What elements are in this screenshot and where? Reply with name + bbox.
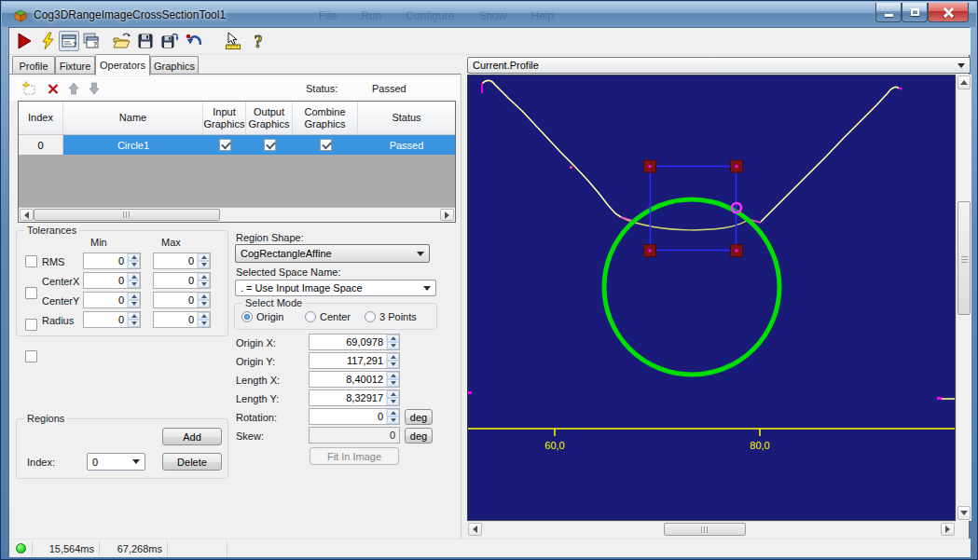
display-vscrollbar[interactable] bbox=[956, 75, 971, 521]
col-combine-graphics[interactable]: Combine Graphics bbox=[293, 102, 358, 134]
spin-up-icon[interactable] bbox=[128, 253, 140, 261]
spin-down-icon[interactable] bbox=[128, 261, 140, 268]
region-handle[interactable] bbox=[731, 160, 743, 172]
table-scroll-right-icon[interactable] bbox=[440, 209, 454, 221]
radio-center-icon[interactable] bbox=[305, 311, 316, 322]
run-icon[interactable] bbox=[14, 31, 34, 51]
help-icon[interactable]: ? bbox=[248, 31, 269, 51]
centerx-checkbox[interactable] bbox=[25, 287, 37, 299]
measure-icon[interactable] bbox=[223, 31, 243, 51]
radio-center[interactable]: Center bbox=[305, 311, 351, 322]
table-hscrollbar[interactable] bbox=[19, 207, 455, 222]
scroll-left-icon[interactable] bbox=[468, 523, 482, 536]
run-once-icon[interactable] bbox=[38, 31, 59, 51]
minimize-button[interactable] bbox=[875, 3, 902, 22]
length-x-spinner[interactable]: 8,40012 bbox=[309, 371, 400, 388]
skew-deg-button[interactable]: deg bbox=[405, 428, 433, 444]
reset-icon[interactable] bbox=[184, 31, 204, 51]
combine-graphics-checkbox[interactable] bbox=[320, 139, 332, 151]
centerx-min-spinner[interactable]: 0 bbox=[83, 272, 141, 289]
spin-up-icon[interactable] bbox=[128, 273, 140, 280]
vscroll-thumb[interactable] bbox=[957, 201, 971, 315]
spin-up-icon[interactable] bbox=[387, 335, 399, 342]
spin-up-icon[interactable] bbox=[128, 312, 140, 320]
spin-up-icon[interactable] bbox=[387, 409, 399, 417]
spin-down-icon[interactable] bbox=[198, 280, 210, 288]
move-up-icon[interactable] bbox=[66, 81, 81, 96]
tab-graphics[interactable]: Graphics bbox=[150, 56, 199, 75]
rms-min-spinner[interactable]: 0 bbox=[83, 253, 141, 269]
radio-3points[interactable]: 3 Points bbox=[365, 311, 417, 322]
region-shape-combobox[interactable]: CogRectangleAffine bbox=[235, 244, 430, 263]
spin-down-icon[interactable] bbox=[198, 300, 210, 307]
scroll-right-icon[interactable] bbox=[941, 523, 955, 536]
col-name[interactable]: Name bbox=[63, 102, 203, 134]
open-icon[interactable] bbox=[111, 31, 131, 51]
hscroll-thumb[interactable] bbox=[664, 523, 746, 536]
tab-profile[interactable]: Profile bbox=[12, 56, 55, 75]
title-bar[interactable]: Cog3DRangeImageCrossSectionTool1 FileRun… bbox=[2, 2, 976, 27]
centery-min-spinner[interactable]: 0 bbox=[83, 292, 141, 308]
space-name-combobox[interactable]: . = Use Input Image Space bbox=[235, 280, 436, 296]
add-region-button[interactable]: Add bbox=[162, 428, 222, 445]
profile-display[interactable]: 60,0 80,0 bbox=[467, 75, 956, 521]
origin-y-spinner[interactable]: 117,291 bbox=[309, 352, 400, 369]
delete-region-button[interactable]: Delete bbox=[162, 453, 222, 471]
radius-min-spinner[interactable]: 0 bbox=[83, 311, 141, 328]
spin-up-icon[interactable] bbox=[198, 253, 210, 261]
tab-fixture[interactable]: Fixture bbox=[55, 56, 95, 75]
spin-down-icon[interactable] bbox=[128, 320, 140, 327]
move-down-icon[interactable] bbox=[87, 81, 102, 96]
length-y-spinner[interactable]: 8,32917 bbox=[309, 389, 400, 406]
tab-operators[interactable]: Operators bbox=[95, 54, 150, 75]
spin-up-icon[interactable] bbox=[198, 293, 210, 300]
centery-max-spinner[interactable]: 0 bbox=[153, 292, 211, 308]
save-icon[interactable] bbox=[135, 31, 156, 51]
spin-down-icon[interactable] bbox=[128, 280, 140, 288]
col-index[interactable]: Index bbox=[19, 102, 63, 134]
region-handle[interactable] bbox=[731, 245, 743, 257]
spin-down-icon[interactable] bbox=[128, 300, 140, 307]
show-control-icon[interactable]: ? bbox=[59, 31, 79, 51]
output-graphics-checkbox[interactable] bbox=[264, 139, 276, 151]
scroll-down-icon[interactable] bbox=[957, 506, 971, 520]
display-selector-combobox[interactable]: Current.Profile bbox=[467, 57, 971, 74]
region-index-combobox[interactable]: 0 bbox=[87, 453, 145, 471]
region-handle[interactable] bbox=[644, 245, 656, 257]
float-window-icon[interactable]: ? bbox=[80, 31, 101, 51]
close-button[interactable] bbox=[928, 3, 969, 22]
col-status[interactable]: Status bbox=[358, 102, 455, 134]
spin-up-icon[interactable] bbox=[198, 273, 210, 280]
radio-3points-icon[interactable] bbox=[365, 311, 376, 322]
table-row[interactable]: 0 Circle1 Passed bbox=[19, 135, 455, 155]
centerx-max-spinner[interactable]: 0 bbox=[153, 272, 211, 289]
spin-down-icon[interactable] bbox=[387, 417, 399, 424]
maximize-button[interactable] bbox=[902, 3, 928, 22]
spin-down-icon[interactable] bbox=[387, 361, 399, 368]
table-scroll-left-icon[interactable] bbox=[20, 209, 34, 221]
display-hscrollbar[interactable] bbox=[467, 521, 956, 537]
radius-checkbox[interactable] bbox=[25, 350, 37, 362]
input-graphics-checkbox[interactable] bbox=[219, 139, 231, 151]
rotation-spinner[interactable]: 0 bbox=[309, 408, 400, 425]
delete-operator-icon[interactable] bbox=[46, 81, 61, 96]
region-handle[interactable] bbox=[644, 160, 656, 172]
scroll-up-icon[interactable] bbox=[957, 75, 971, 89]
table-hscroll-thumb[interactable] bbox=[34, 209, 220, 221]
centery-checkbox[interactable] bbox=[25, 319, 37, 331]
spin-up-icon[interactable] bbox=[198, 312, 210, 320]
spin-up-icon[interactable] bbox=[387, 353, 399, 361]
spin-up-icon[interactable] bbox=[387, 390, 399, 398]
radius-max-spinner[interactable]: 0 bbox=[153, 311, 211, 328]
region-rectangle[interactable] bbox=[651, 167, 737, 251]
origin-x-spinner[interactable]: 69,0978 bbox=[309, 334, 400, 350]
rotation-deg-button[interactable]: deg bbox=[405, 409, 433, 425]
col-output-graphics[interactable]: Output Graphics bbox=[246, 102, 293, 134]
rms-checkbox[interactable] bbox=[25, 255, 37, 267]
spin-down-icon[interactable] bbox=[387, 342, 399, 349]
radio-origin-icon[interactable] bbox=[241, 311, 253, 322]
save-as-icon[interactable] bbox=[159, 31, 180, 51]
rms-max-spinner[interactable]: 0 bbox=[153, 253, 211, 269]
spin-up-icon[interactable] bbox=[387, 372, 399, 379]
spin-down-icon[interactable] bbox=[387, 398, 399, 405]
